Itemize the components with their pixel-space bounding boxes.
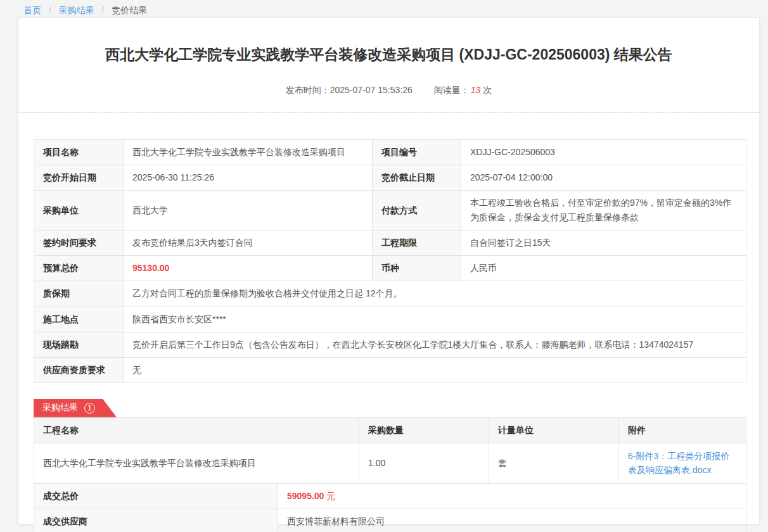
breadcrumb-separator: /	[49, 5, 51, 15]
views-unit: 次	[483, 85, 492, 95]
views-label: 阅读量：	[434, 85, 470, 95]
field-value: 发布竞价结果后3天内签订合同	[124, 231, 373, 256]
field-label: 质保期	[34, 281, 124, 307]
table-row: 施工地点 陕西省西安市长安区****	[34, 307, 746, 332]
field-label: 项目编号	[373, 139, 461, 165]
field-label: 供应商资质要求	[34, 357, 124, 383]
field-label: 签约时间要求	[34, 231, 124, 256]
breadcrumb: 首页 / 采购结果 / 竞价结果	[23, 5, 147, 16]
field-value: 无	[124, 357, 746, 383]
table-row: 成交总价 59095.00 元	[34, 483, 746, 509]
article-meta: 发布时间：2025-07-07 15:53:26阅读量：13次	[18, 85, 759, 96]
table-row: 现场踏勘 竞价开启后第三个工作日9点（包含公告发布日），在西北大学长安校区化工学…	[34, 332, 746, 357]
table-row: 签约时间要求 发布竞价结果后3天内签订合同 工程期限 自合同签订之日15天	[34, 231, 746, 256]
field-value: XDJJ-GC-202506003	[461, 139, 746, 165]
page-title: 西北大学化工学院专业实践教学平台装修改造采购项目 (XDJJ-GC-202506…	[50, 46, 727, 65]
attachment-link[interactable]: 6-附件3：工程类分项报价表及响应偏离表.docx	[628, 451, 729, 475]
field-label: 现场踏勘	[34, 332, 124, 357]
page: 首页 / 采购结果 / 竞价结果 西北大学化工学院专业实践教学平台装修改造采购项…	[0, 0, 768, 532]
deal-total-label: 成交总价	[34, 483, 278, 509]
unit-cell: 套	[489, 443, 619, 483]
table-row: 项目名称 西北大学化工学院专业实践教学平台装修改造采购项目 项目编号 XDJJ-…	[34, 139, 746, 165]
field-label: 付款方式	[373, 191, 461, 231]
field-value: 本工程竣工验收合格后，付至审定价款的97%，留审定金额的3%作为质保金，质保金支…	[461, 191, 746, 231]
field-value: 2025-07-04 12:00:00	[461, 165, 746, 190]
result-table: 工程名称 采购数量 计量单位 附件 西北大学化工学院专业实践教学平台装修改造采购…	[34, 417, 746, 484]
field-value: 西北大学	[124, 191, 373, 231]
field-value: 乙方对合同工程的质量保修期为验收合格并交付使用之日起 12个月。	[124, 281, 746, 307]
views-count: 13	[471, 85, 481, 95]
breadcrumb-separator: /	[102, 5, 105, 15]
section-divider	[18, 112, 759, 113]
supplier-label: 成交供应商	[34, 509, 278, 532]
publish-time-value: 2025-07-07 15:53:26	[330, 85, 413, 95]
publish-time-label: 发布时间：	[286, 85, 330, 95]
result-badge-label: 采购结果	[42, 402, 78, 414]
attachment-cell: 6-附件3：工程类分项报价表及响应偏离表.docx	[619, 443, 746, 483]
field-value: 陕西省西安市长安区****	[124, 307, 746, 332]
table-row: 供应商资质要求 无	[34, 357, 746, 383]
field-value: 西北大学化工学院专业实践教学平台装修改造采购项目	[124, 139, 373, 165]
breadcrumb-home-link[interactable]: 首页	[23, 5, 41, 15]
field-label: 竞价开始日期	[34, 165, 124, 190]
table-row: 预算总价 95130.00 币种 人民币	[34, 256, 746, 281]
column-header: 计量单位	[489, 417, 619, 443]
field-label: 项目名称	[34, 139, 124, 165]
field-label: 工程期限	[373, 231, 461, 256]
result-count-badge: 1	[84, 403, 95, 414]
breadcrumb-current-page: 竞价结果	[112, 5, 147, 15]
result-section-badge: 采购结果 1	[34, 399, 117, 417]
project-info-table: 项目名称 西北大学化工学院专业实践教学平台装修改造采购项目 项目编号 XDJJ-…	[34, 139, 746, 383]
field-label: 预算总价	[34, 256, 124, 281]
table-row: 质保期 乙方对合同工程的质量保修期为验收合格并交付使用之日起 12个月。	[34, 281, 746, 307]
field-value: 自合同签订之日15天	[461, 231, 746, 256]
table-row: 采购单位 西北大学 付款方式 本工程竣工验收合格后，付至审定价款的97%，留审定…	[34, 191, 746, 231]
result-table-row: 西北大学化工学院专业实践教学平台装修改造采购项目 1.00 套 6-附件3：工程…	[34, 443, 746, 483]
column-header: 采购数量	[359, 417, 489, 443]
budget-total-value: 95130.00	[124, 256, 373, 281]
result-summary-table: 成交总价 59095.00 元 成交供应商 西安博菲新材料有限公司	[34, 483, 746, 532]
result-table-header-row: 工程名称 采购数量 计量单位 附件	[34, 417, 746, 443]
field-label: 施工地点	[34, 307, 124, 332]
supplier-value: 西安博菲新材料有限公司	[278, 509, 746, 532]
column-header: 附件	[619, 417, 746, 443]
field-label: 采购单位	[34, 191, 124, 231]
table-row: 成交供应商 西安博菲新材料有限公司	[34, 509, 746, 532]
announcement-card: 西北大学化工学院专业实践教学平台装修改造采购项目 (XDJJ-GC-202506…	[18, 17, 760, 524]
column-header: 工程名称	[34, 417, 359, 443]
table-row: 竞价开始日期 2025-06-30 11:25:26 竞价截止日期 2025-0…	[34, 165, 746, 190]
field-label: 币种	[373, 256, 461, 281]
deal-total-value: 59095.00 元	[278, 483, 746, 509]
field-label: 竞价截止日期	[373, 165, 461, 190]
project-name-cell: 西北大学化工学院专业实践教学平台装修改造采购项目	[34, 443, 359, 483]
field-value: 竞价开启后第三个工作日9点（包含公告发布日），在西北大学长安校区化工学院1楼大厅…	[124, 332, 746, 357]
field-value: 人民币	[461, 256, 746, 281]
quantity-cell: 1.00	[359, 443, 489, 483]
breadcrumb-procurement-results-link[interactable]: 采购结果	[59, 5, 94, 15]
field-value: 2025-06-30 11:25:26	[124, 165, 373, 190]
